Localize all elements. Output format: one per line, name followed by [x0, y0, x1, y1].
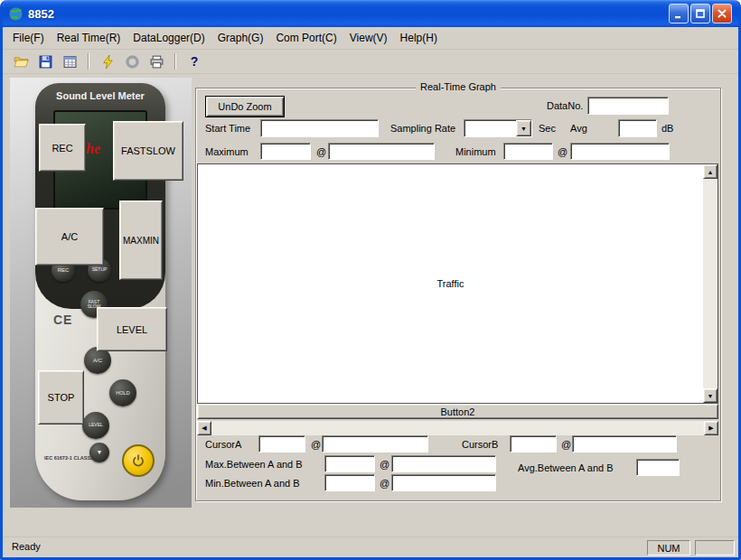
- groupbox-title: Real-Time Graph: [195, 81, 721, 92]
- menu-view[interactable]: View(V): [343, 28, 394, 48]
- arrow-left-icon: ◀: [202, 425, 206, 432]
- cursor-b-value-input[interactable]: [510, 435, 557, 453]
- datasheet-button[interactable]: [59, 51, 80, 72]
- data-no-label: DataNo.: [547, 100, 583, 111]
- meter-power-button: [122, 444, 155, 477]
- save-button[interactable]: [34, 51, 56, 72]
- avg-between-value-input[interactable]: [636, 459, 680, 476]
- arrow-right-icon: ▶: [708, 425, 713, 432]
- min-between-time-input[interactable]: [391, 474, 496, 491]
- lightning-icon: [100, 54, 116, 70]
- status-blank-panel: [695, 540, 735, 555]
- cursor-b-time-input[interactable]: [572, 435, 677, 453]
- minimum-label: Minimum: [455, 146, 496, 157]
- max-between-value-input[interactable]: [324, 455, 375, 472]
- close-icon: [716, 7, 728, 20]
- db-label: dB: [661, 123, 673, 134]
- cursor-b-at-label: @: [561, 439, 571, 450]
- maximize-icon: [694, 7, 707, 20]
- avg-input[interactable]: [618, 119, 657, 137]
- disconnect-button[interactable]: [121, 51, 143, 72]
- chevron-down-icon: ▼: [521, 126, 527, 132]
- scroll-up-button[interactable]: ▲: [703, 164, 718, 179]
- start-time-label: Start Time: [205, 123, 250, 134]
- scroll-left-button[interactable]: ◀: [197, 421, 211, 435]
- arrow-up-icon: ▲: [708, 169, 714, 175]
- minimize-button[interactable]: [669, 4, 689, 23]
- min-between-at-label: @: [380, 478, 389, 489]
- app-window: 8852 File(F) Real Time(R) DataLogger(D) …: [0, 0, 741, 560]
- max-between-time-input[interactable]: [391, 455, 496, 472]
- min-between-value-input[interactable]: [324, 474, 375, 491]
- menu-real-time[interactable]: Real Time(R): [51, 28, 127, 48]
- graph-plot-area[interactable]: Traffic ▲ ▼: [197, 163, 718, 404]
- sampling-rate-label: Sampling Rate: [390, 123, 455, 134]
- menu-bar: File(F) Real Time(R) DataLogger(D) Graph…: [3, 27, 738, 50]
- scroll-down-button[interactable]: ▼: [703, 388, 718, 403]
- toolbar: ?: [3, 50, 738, 74]
- window-title: 8852: [28, 7, 54, 21]
- ac-overlay-button[interactable]: A/C: [35, 208, 104, 266]
- start-time-input[interactable]: [260, 119, 379, 137]
- maximum-value-input[interactable]: [260, 143, 311, 160]
- datasheet-icon: [62, 54, 78, 70]
- open-button[interactable]: [10, 51, 32, 72]
- open-folder-icon: [14, 54, 29, 70]
- menu-help[interactable]: Help(H): [394, 28, 444, 48]
- power-icon: [131, 453, 145, 468]
- button2[interactable]: Button2: [197, 404, 718, 419]
- title-bar: 8852: [3, 0, 738, 27]
- avg-label: Avg: [570, 123, 587, 134]
- max-between-label: Max.Between A and B: [205, 459, 303, 470]
- toolbar-separator: [174, 53, 176, 70]
- menu-graph[interactable]: Graph(G): [211, 28, 270, 48]
- minimize-icon: [672, 7, 685, 20]
- print-button[interactable]: [145, 51, 167, 72]
- stop-overlay-button[interactable]: STOP: [38, 370, 84, 425]
- status-bar: Ready NUM: [3, 537, 738, 557]
- close-button[interactable]: [712, 4, 732, 23]
- meter-brand-text: he: [86, 141, 100, 157]
- save-floppy-icon: [38, 54, 53, 70]
- graph-vertical-scrollbar[interactable]: ▲ ▼: [703, 164, 718, 403]
- printer-icon: [149, 54, 164, 70]
- meter-title: Sound Level Meter: [35, 90, 165, 101]
- meter-hold-key: HOLD: [109, 379, 136, 406]
- maximum-time-input[interactable]: [328, 143, 435, 160]
- status-ready-text: Ready: [12, 541, 41, 552]
- maxmin-overlay-button[interactable]: MAXMIN: [119, 201, 163, 280]
- cursor-a-value-input[interactable]: [258, 435, 305, 453]
- menu-datalogger[interactable]: DataLogger(D): [127, 28, 211, 48]
- rec-overlay-button[interactable]: REC: [39, 124, 86, 172]
- maximize-button[interactable]: [690, 4, 710, 23]
- scroll-right-button[interactable]: ▶: [704, 421, 718, 435]
- cursor-a-time-input[interactable]: [322, 435, 428, 453]
- min-between-label: Min.Between A and B: [205, 478, 300, 489]
- undo-zoom-button[interactable]: UnDo Zoom: [205, 96, 285, 117]
- maximum-at-label: @: [316, 146, 326, 157]
- graph-dataset-label: Traffic: [198, 164, 703, 403]
- data-no-input[interactable]: [587, 97, 669, 115]
- device-photo-panel: Sound Level Meter he REC SETUP FAST SLOW…: [10, 78, 192, 508]
- max-between-at-label: @: [380, 459, 389, 470]
- iec-certification-text: IEC 61672-1 CLASS2: [44, 455, 93, 461]
- cursor-a-at-label: @: [311, 439, 321, 450]
- combobox-dropdown-button[interactable]: ▼: [516, 120, 531, 136]
- menu-com-port[interactable]: Com Port(C): [269, 28, 342, 48]
- connect-button[interactable]: [97, 51, 118, 72]
- arrow-down-icon: ▼: [708, 393, 714, 399]
- minimum-at-label: @: [558, 146, 567, 157]
- graph-horizontal-scrollbar[interactable]: ◀ ▶: [197, 421, 718, 435]
- minimum-value-input[interactable]: [503, 143, 553, 160]
- sampling-rate-combobox[interactable]: ▼: [464, 119, 532, 137]
- help-button[interactable]: ?: [183, 51, 205, 72]
- avg-between-label: Avg.Between A and B: [518, 462, 614, 473]
- minimum-time-input[interactable]: [570, 143, 670, 160]
- status-num-panel: NUM: [647, 540, 690, 555]
- help-icon: ?: [191, 54, 199, 69]
- toolbar-separator: [88, 53, 89, 70]
- level-overlay-button[interactable]: LEVEL: [97, 307, 167, 351]
- sec-label: Sec: [539, 123, 556, 134]
- fastslow-overlay-button[interactable]: FASTSLOW: [113, 121, 183, 181]
- menu-file[interactable]: File(F): [6, 28, 51, 48]
